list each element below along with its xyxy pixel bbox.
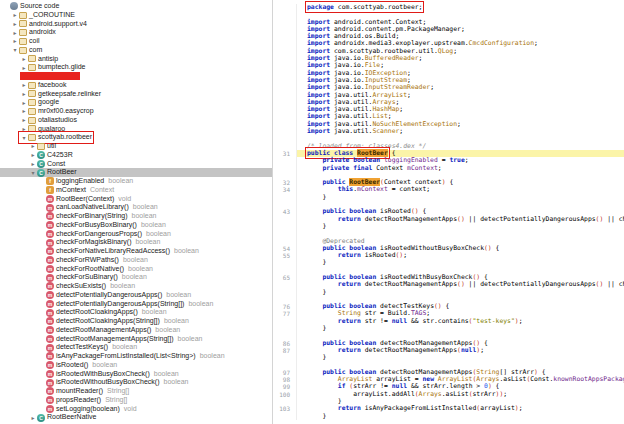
tree-item-facebook[interactable]: ▸facebook (0, 81, 272, 90)
tree-item-checkforrootnative[interactable]: mcheckForRootNative()boolean (0, 265, 272, 274)
code-text: } (297, 325, 624, 332)
tree-item-canloadnativelibrary[interactable]: mcanLoadNativeLibrary()boolean (0, 203, 272, 212)
chevron-down-icon[interactable]: ▾ (20, 134, 28, 142)
tree-item-checkfornativelibraryreadaccess[interactable]: mcheckForNativeLibraryReadAccess()boolea… (0, 247, 272, 256)
tree-item-detectrootmanagementapps-string[interactable]: mdetectRootManagementApps(String[])boole… (0, 335, 272, 344)
tree-item-detectrootcloakingapps-string[interactable]: mdetectRootCloakingApps(String[])boolean (0, 317, 272, 326)
chevron-right-icon[interactable]: ▸ (11, 29, 19, 37)
chevron-right-icon[interactable]: ▸ (29, 414, 37, 422)
code-line[interactable]: } (273, 325, 624, 332)
tree-item-source-code[interactable]: Source code (0, 2, 272, 11)
code-line[interactable]: package com.scottyab.rootbeer; (273, 4, 624, 11)
code-token: arrayList (480, 404, 515, 412)
tree-item-getkeepsafe-relinker[interactable]: ▸getkeepsafe.relinker (0, 90, 272, 99)
tree-item-label: detectPotentiallyDangerousApps() (56, 291, 162, 300)
tree-item-isrooted[interactable]: misRooted()boolean (0, 361, 272, 370)
tree-item-checkforbinary-string[interactable]: mcheckForBinary(String)boolean (0, 212, 272, 221)
tree-item-redacted[interactable] (0, 72, 272, 81)
chevron-right-icon[interactable]: ▸ (11, 37, 19, 45)
tree-item-otaliastudios[interactable]: ▸otaliastudios (0, 116, 272, 125)
chevron-right-icon[interactable]: ▸ (20, 125, 28, 133)
code-token: Context (372, 164, 407, 172)
tree-item-isanypackagefromlistinstalled-list-string[interactable]: misAnyPackageFromListInstalled(List<Stri… (0, 352, 272, 361)
tree-item-util[interactable]: ▸util (0, 142, 272, 151)
chevron-right-icon[interactable]: ▸ (29, 160, 37, 168)
code-line[interactable]: } (273, 354, 624, 361)
tree-item-const[interactable]: ▸CConst (0, 160, 272, 169)
method-icon: m (46, 291, 54, 299)
chevron-down-icon[interactable]: ▾ (11, 46, 19, 54)
tree-item-coil[interactable]: ▸coil (0, 37, 272, 46)
tree-item-checkforrwpaths[interactable]: mcheckForRWPaths()boolean (0, 256, 272, 265)
tree-item-loggingenabled[interactable]: floggingEnabledboolean (0, 177, 272, 186)
tree-item-mountreader[interactable]: mmountReader()String[] (0, 387, 272, 396)
tree-item-c4253r[interactable]: ▸CC4253R (0, 151, 272, 160)
code-token: } (307, 258, 326, 266)
tree-item-coroutine[interactable]: ▸_COROUTINE (0, 11, 272, 20)
tree-item-detecttestkeys[interactable]: mdetectTestKeys()boolean (0, 343, 272, 352)
chevron-right-icon[interactable]: ▸ (29, 142, 37, 150)
chevron-down-icon[interactable]: ▾ (29, 169, 37, 177)
tree-item-label: RootBeer(Context) (56, 195, 114, 204)
method-icon: m (46, 212, 54, 220)
tree-item-bumptech-glide[interactable]: ▸bumptech.glide (0, 63, 272, 72)
chevron-right-icon[interactable]: ▸ (20, 116, 28, 124)
chevron-right-icon[interactable]: ▸ (20, 99, 28, 107)
tree-item-detectrootcloakingapps[interactable]: mdetectRootCloakingApps()boolean (0, 308, 272, 317)
line-number (273, 106, 297, 113)
tree-item-checkforbusyboxbinary[interactable]: mcheckForBusyBoxBinary()boolean (0, 221, 272, 230)
tree-item-setlogging-boolean[interactable]: msetLogging(boolean)void (0, 405, 272, 414)
tree-item-checkfordangerousprops[interactable]: mcheckForDangerousProps()boolean (0, 230, 272, 239)
code-line[interactable]: } (273, 223, 624, 230)
chevron-right-icon[interactable]: ▸ (29, 151, 37, 159)
chevron-right-icon[interactable]: ▸ (20, 81, 28, 89)
tree-item-antisip[interactable]: ▸antisip (0, 55, 272, 64)
tree-item-type-suffix: boolean (155, 326, 180, 335)
chevron-right-icon[interactable]: ▸ (11, 11, 19, 19)
code-token: ; (519, 317, 523, 325)
tree-item-qualaroo[interactable]: ▸qualaroo (0, 125, 272, 134)
tree-item-checksuexists[interactable]: mcheckSuExists()boolean (0, 282, 272, 291)
code-token: return (338, 251, 361, 259)
tree-item-type-suffix: boolean (112, 343, 137, 352)
tree-item-isrootedwithbusyboxcheck[interactable]: misRootedWithBusyBoxCheck()boolean (0, 370, 272, 379)
tree-item-checkforsubinary[interactable]: mcheckForSuBinary()boolean (0, 273, 272, 282)
code-line[interactable]: } (273, 259, 624, 266)
code-text: return detectRootManagementApps() || det… (297, 216, 624, 223)
tree-item-detectrootmanagementapps[interactable]: mdetectRootManagementApps()boolean (0, 326, 272, 335)
code-line[interactable]: } (273, 413, 624, 420)
chevron-right-icon[interactable]: ▸ (20, 55, 28, 63)
tree-item-detectpotentiallydangerousapps-string[interactable]: mdetectPotentiallyDangerousApps(String[]… (0, 300, 272, 309)
chevron-right-icon[interactable]: ▸ (20, 64, 28, 72)
tree-item-propsreader[interactable]: mpropsReader()String[] (0, 396, 272, 405)
package-icon (19, 38, 27, 45)
method-icon: m (46, 396, 54, 404)
tree-item-androidx[interactable]: ▸androidx (0, 28, 272, 37)
tree-item-scottyab-rootbeer[interactable]: ▾scottyab.rootbeer (0, 133, 272, 142)
tree-item-google[interactable]: ▸google (0, 98, 272, 107)
chevron-right-icon[interactable]: ▸ (20, 90, 28, 98)
method-icon: m (46, 344, 54, 352)
tree-item-mcontext[interactable]: fmContextContext (0, 186, 272, 195)
tree-item-detectpotentiallydangerousapps[interactable]: mdetectPotentiallyDangerousApps()boolean (0, 291, 272, 300)
code-token: java.util. (330, 127, 372, 135)
tree-item-label: scottyab.rootbeer (38, 133, 92, 142)
tree-item-rootbeernative[interactable]: ▸CRootBeerNative (0, 413, 272, 422)
code-line[interactable]: private final Context mContext; (273, 165, 624, 172)
method-icon: m (46, 379, 54, 387)
tree-item-android-support-v4[interactable]: ▸android.support.v4 (0, 20, 272, 29)
tree-item-type-suffix: boolean (154, 370, 179, 379)
code-line[interactable]: } (273, 194, 624, 201)
tree-item-isrootedwithoutbusyboxcheck[interactable]: misRootedWithoutBusyBoxCheck()boolean (0, 378, 272, 387)
tree-item-checkformagiskbinary[interactable]: mcheckForMagiskBinary()boolean (0, 238, 272, 247)
tree-item-rootbeer-context[interactable]: mRootBeer(Context)void (0, 195, 272, 204)
tree-item-mr0xf00-easycrop[interactable]: ▸mr0xf00.easycrop (0, 107, 272, 116)
tree-item-com[interactable]: ▾com (0, 46, 272, 55)
chevron-right-icon[interactable]: ▸ (20, 107, 28, 115)
line-number (273, 296, 297, 303)
code-line[interactable]: } (273, 289, 624, 296)
code-line[interactable]: import java.util.Scanner; (273, 128, 624, 135)
tree-item-rootbeer[interactable]: ▾CRootBeer (0, 168, 272, 177)
code-token: isRooted (361, 251, 396, 259)
chevron-right-icon[interactable]: ▸ (11, 20, 19, 28)
